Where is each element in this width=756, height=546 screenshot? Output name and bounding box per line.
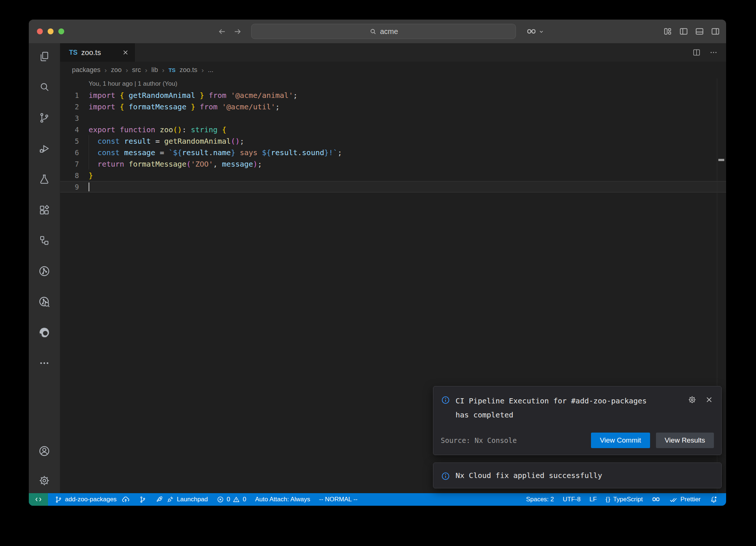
testing-icon[interactable]: [35, 170, 53, 188]
git-branch-icon: [55, 496, 62, 504]
minimize-window-button[interactable]: [48, 28, 54, 34]
code-text: }: [79, 171, 93, 180]
breadcrumb: packages› zoo› src› lib› TS zoo.ts› ...: [60, 62, 726, 78]
vscode-window: acme: [29, 20, 726, 506]
breadcrumb-item-symbol[interactable]: ...: [208, 66, 213, 74]
nx-console-icon[interactable]: [35, 232, 53, 249]
code-line-4[interactable]: 4export function zoo(): string {: [60, 124, 726, 135]
statusbar-branch[interactable]: add-zoo-packages: [50, 493, 134, 506]
split-editor-icon[interactable]: [692, 48, 701, 57]
statusbar-commit-graph[interactable]: [134, 493, 151, 506]
statusbar-eol[interactable]: LF: [585, 493, 601, 506]
statusbar-launchpad[interactable]: Launchpad: [151, 493, 212, 506]
close-window-button[interactable]: [37, 28, 43, 34]
source-control-icon[interactable]: [35, 109, 53, 127]
view-results-button[interactable]: View Results: [656, 433, 714, 448]
extensions-icon[interactable]: [35, 201, 53, 219]
line-number[interactable]: 3: [60, 114, 79, 122]
chevron-down-icon: [538, 28, 544, 35]
info-icon: [441, 395, 450, 405]
tab-bar: TS zoo.ts: [60, 43, 726, 62]
run-debug-icon[interactable]: [35, 140, 53, 157]
more-views-icon[interactable]: [35, 354, 53, 372]
code-line-3[interactable]: 3: [60, 112, 726, 124]
statusbar-indentation[interactable]: Spaces: 2: [522, 493, 559, 506]
statusbar-copilot[interactable]: [647, 493, 665, 506]
line-number[interactable]: 4: [60, 126, 79, 134]
copilot-icon: [652, 495, 660, 504]
forward-arrow-icon[interactable]: [233, 27, 242, 36]
activity-bar: [29, 43, 60, 493]
desktop: { "titlebar": { "search_value": "acme" }…: [0, 0, 756, 546]
plug-icon: [166, 495, 174, 504]
tab-close-icon[interactable]: [122, 49, 129, 56]
window-controls: [37, 28, 64, 34]
statusbar-auto-attach[interactable]: Auto Attach: Always: [251, 493, 315, 506]
gitlens-inspect-icon[interactable]: [35, 293, 53, 311]
statusbar-notifications-bell[interactable]: [705, 493, 722, 506]
line-number[interactable]: 1: [60, 91, 79, 99]
code-line-6[interactable]: 6 const message = `${result.name} says $…: [60, 147, 726, 158]
copilot-menu[interactable]: [526, 26, 544, 37]
cloud-upload-icon: [121, 495, 130, 504]
code-line-8[interactable]: 8}: [60, 170, 726, 181]
breadcrumb-item-file[interactable]: zoo.ts: [180, 66, 197, 74]
code-line-2[interactable]: 2import { formatMessage } from '@acme/ut…: [60, 101, 726, 112]
code-text: import { getRandomAnimal } from '@acme/a…: [79, 91, 298, 100]
statusbar-problems[interactable]: 0 0: [212, 493, 251, 506]
breadcrumb-item[interactable]: zoo: [111, 66, 121, 74]
edge-tools-icon[interactable]: [35, 324, 53, 341]
code-line-5[interactable]: 5 const result = getRandomAnimal();: [60, 135, 726, 147]
remote-indicator[interactable]: [29, 493, 48, 506]
notification-message: Nx Cloud fix applied successfully: [456, 468, 602, 482]
toggle-sidebar-right-icon[interactable]: [711, 27, 720, 36]
search-sidebar-icon[interactable]: [35, 78, 53, 96]
toggle-panel-icon[interactable]: [695, 27, 704, 36]
double-check-icon: [669, 495, 678, 504]
breadcrumb-item[interactable]: lib: [151, 66, 158, 74]
notification-settings-gear-icon[interactable]: [687, 395, 697, 405]
back-arrow-icon[interactable]: [217, 27, 227, 36]
line-number[interactable]: 2: [60, 103, 79, 111]
statusbar-formatter[interactable]: Prettier: [665, 493, 705, 506]
breadcrumb-item[interactable]: packages: [72, 66, 100, 74]
code-line-9[interactable]: 9: [60, 181, 726, 192]
notification-toast: CI Pipeline Execution for #add-zoo-packa…: [433, 386, 722, 455]
tab-zoo-ts[interactable]: TS zoo.ts: [60, 43, 135, 62]
statusbar-vim-mode[interactable]: -- NORMAL --: [315, 493, 362, 506]
settings-gear-icon[interactable]: [35, 472, 53, 489]
line-number[interactable]: 7: [60, 160, 79, 168]
more-actions-icon[interactable]: [709, 48, 718, 57]
code-text: export function zoo(): string {: [79, 125, 226, 134]
line-number[interactable]: 9: [60, 183, 79, 191]
editor-area: TS zoo.ts packages› zoo›: [60, 43, 726, 493]
notification-close-icon[interactable]: [704, 395, 714, 405]
breadcrumb-item[interactable]: src: [132, 66, 141, 74]
code-line-7[interactable]: 7 return formatMessage('ZOO', message);: [60, 158, 726, 170]
search-value: acme: [380, 27, 398, 36]
search-icon: [369, 27, 377, 35]
error-icon: [217, 496, 224, 503]
typescript-file-icon: TS: [168, 67, 175, 73]
notification-message: CI Pipeline Execution for #add-zoo-packa…: [456, 394, 647, 422]
code-text: const result = getRandomAnimal();: [79, 137, 244, 146]
code-editor[interactable]: You, 1 hour ago | 1 author (You) 1import…: [60, 78, 726, 493]
view-commit-button[interactable]: View Commit: [591, 433, 650, 448]
statusbar-language[interactable]: {} TypeScript: [601, 493, 647, 506]
gitlens-icon[interactable]: [35, 262, 53, 280]
line-number[interactable]: 6: [60, 149, 79, 157]
maximize-window-button[interactable]: [58, 28, 64, 34]
code-text: return formatMessage('ZOO', message);: [79, 160, 262, 168]
commit-graph-icon: [139, 496, 147, 504]
toggle-sidebar-left-icon[interactable]: [679, 27, 688, 36]
explorer-icon[interactable]: [35, 48, 53, 65]
customize-layout-icon[interactable]: [663, 27, 673, 36]
line-number[interactable]: 8: [60, 171, 79, 180]
titlebar: acme: [29, 20, 726, 43]
warning-count: 0: [243, 496, 246, 503]
command-center-search[interactable]: acme: [251, 24, 516, 39]
account-icon[interactable]: [35, 442, 53, 460]
code-line-1[interactable]: 1import { getRandomAnimal } from '@acme/…: [60, 89, 726, 101]
statusbar-encoding[interactable]: UTF-8: [559, 493, 585, 506]
line-number[interactable]: 5: [60, 137, 79, 145]
